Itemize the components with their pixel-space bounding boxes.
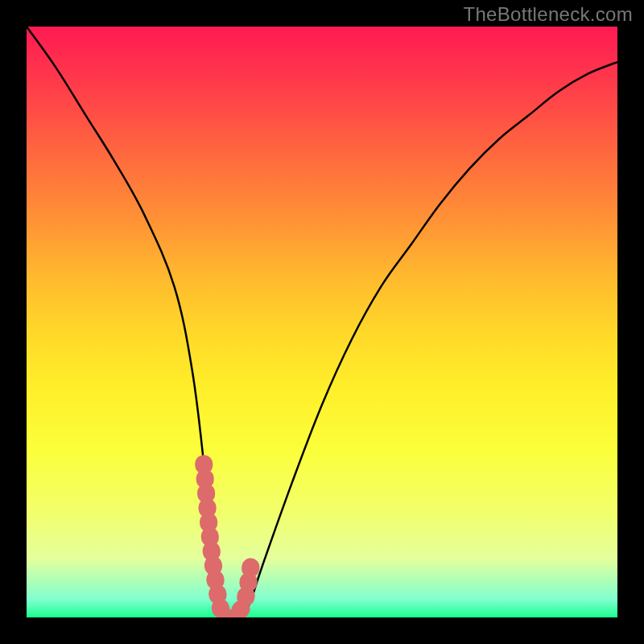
- curve-overlay: [27, 27, 617, 617]
- chart-container: TheBottleneck.com: [0, 0, 644, 644]
- plot-area: [27, 27, 617, 617]
- optimal-zone-marker: [204, 464, 251, 617]
- attribution-label: TheBottleneck.com: [463, 3, 633, 26]
- bottleneck-curve: [27, 27, 617, 617]
